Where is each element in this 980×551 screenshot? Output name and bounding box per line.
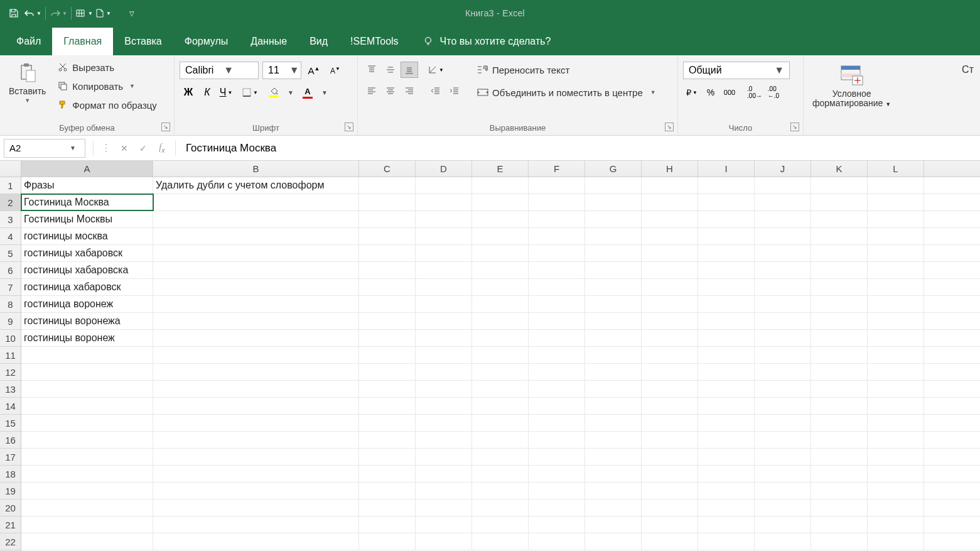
cell[interactable] xyxy=(21,381,153,397)
cell[interactable] xyxy=(698,364,755,380)
cell[interactable] xyxy=(868,228,924,244)
tab-home[interactable]: Главная xyxy=(52,28,113,55)
column-header[interactable]: D xyxy=(416,161,472,177)
cell[interactable] xyxy=(585,211,642,227)
decrease-decimal-button[interactable]: .00←.0 xyxy=(765,84,782,101)
copy-button[interactable]: Копировать ▼ xyxy=(53,78,161,94)
cell[interactable] xyxy=(755,279,811,295)
cell[interactable] xyxy=(416,449,472,465)
row-header[interactable]: 3 xyxy=(0,211,21,228)
cell[interactable] xyxy=(868,262,924,278)
cell[interactable] xyxy=(585,533,642,550)
row-header[interactable]: 1 xyxy=(0,177,21,194)
cell[interactable] xyxy=(416,296,472,312)
cell[interactable] xyxy=(755,415,811,431)
cell[interactable] xyxy=(529,398,585,414)
cell[interactable] xyxy=(868,432,924,448)
column-header[interactable]: G xyxy=(585,161,642,177)
cell[interactable] xyxy=(529,296,585,312)
cell[interactable] xyxy=(811,516,868,533)
cell[interactable] xyxy=(472,516,529,533)
row-header[interactable]: 19 xyxy=(0,483,21,499)
cell[interactable] xyxy=(811,211,868,227)
cell[interactable] xyxy=(359,449,416,465)
row-header[interactable]: 2 xyxy=(0,194,21,211)
cell[interactable] xyxy=(642,279,698,295)
cell[interactable] xyxy=(811,466,868,482)
cell[interactable] xyxy=(21,415,153,431)
cell[interactable] xyxy=(698,262,755,278)
cell[interactable] xyxy=(529,262,585,278)
cell[interactable] xyxy=(698,177,755,194)
row-header[interactable]: 12 xyxy=(0,364,21,381)
cell[interactable] xyxy=(529,177,585,194)
cell[interactable] xyxy=(472,449,529,465)
cell[interactable] xyxy=(416,499,472,516)
insert-function-button[interactable]: fx xyxy=(153,139,171,157)
cell[interactable] xyxy=(585,516,642,533)
cell[interactable] xyxy=(472,279,529,295)
cell[interactable] xyxy=(755,211,811,227)
cell[interactable] xyxy=(416,245,472,261)
cell[interactable] xyxy=(811,432,868,448)
row-header[interactable]: 20 xyxy=(0,499,21,516)
dialog-launcher-alignment[interactable]: ↘ xyxy=(665,123,674,131)
cell[interactable] xyxy=(642,262,698,278)
cell[interactable] xyxy=(529,483,585,499)
align-bottom-button[interactable] xyxy=(401,62,418,78)
cell[interactable] xyxy=(153,364,359,380)
cell[interactable] xyxy=(153,533,359,550)
cell[interactable] xyxy=(585,194,642,210)
cell[interactable] xyxy=(153,466,359,482)
cell[interactable] xyxy=(416,398,472,414)
cell[interactable] xyxy=(698,533,755,550)
cell[interactable] xyxy=(868,364,924,380)
cell[interactable] xyxy=(153,381,359,397)
cell[interactable] xyxy=(472,483,529,499)
merge-center-button[interactable]: Объединить и поместить в центре ▼ xyxy=(473,84,660,101)
font-size-select[interactable]: 11▼ xyxy=(262,62,301,79)
cell[interactable] xyxy=(359,347,416,363)
column-header[interactable]: A xyxy=(21,161,153,177)
row-header[interactable]: 22 xyxy=(0,533,21,550)
cell[interactable] xyxy=(642,381,698,397)
cell[interactable]: гостиница хабаровск xyxy=(21,279,153,295)
italic-button[interactable]: К xyxy=(198,84,216,101)
cell[interactable] xyxy=(585,262,642,278)
cell[interactable] xyxy=(416,483,472,499)
cell[interactable] xyxy=(755,432,811,448)
cell[interactable] xyxy=(868,211,924,227)
undo-button[interactable]: ▼ xyxy=(24,4,41,22)
cell[interactable] xyxy=(472,194,529,210)
cell[interactable] xyxy=(642,313,698,329)
cell[interactable] xyxy=(21,533,153,550)
cell[interactable] xyxy=(472,262,529,278)
font-name-select[interactable]: Calibri▼ xyxy=(180,62,259,79)
cell[interactable] xyxy=(529,330,585,346)
cell[interactable] xyxy=(153,347,359,363)
cell[interactable] xyxy=(472,533,529,550)
dropdown-icon[interactable]: ▼ xyxy=(318,89,331,96)
cell[interactable] xyxy=(153,449,359,465)
qat-customize-button[interactable]: ▽ xyxy=(123,4,141,22)
cell[interactable]: Гостиница Москва xyxy=(21,194,153,210)
cell[interactable] xyxy=(642,364,698,380)
cell[interactable] xyxy=(529,516,585,533)
cell[interactable] xyxy=(755,296,811,312)
cell[interactable] xyxy=(153,516,359,533)
cell[interactable] xyxy=(698,330,755,346)
cell[interactable] xyxy=(529,364,585,380)
row-header[interactable]: 7 xyxy=(0,279,21,296)
increase-indent-button[interactable] xyxy=(446,83,463,99)
cell[interactable] xyxy=(529,245,585,261)
cell[interactable] xyxy=(153,262,359,278)
cell[interactable] xyxy=(811,296,868,312)
cell[interactable] xyxy=(416,432,472,448)
tab-file[interactable]: Файл xyxy=(5,28,52,55)
cell[interactable]: гостиницы хабаровска xyxy=(21,262,153,278)
row-header[interactable]: 16 xyxy=(0,432,21,449)
cell[interactable] xyxy=(755,449,811,465)
paste-button[interactable]: Вставить ▼ xyxy=(5,58,50,106)
cell[interactable] xyxy=(811,245,868,261)
cell[interactable] xyxy=(416,516,472,533)
